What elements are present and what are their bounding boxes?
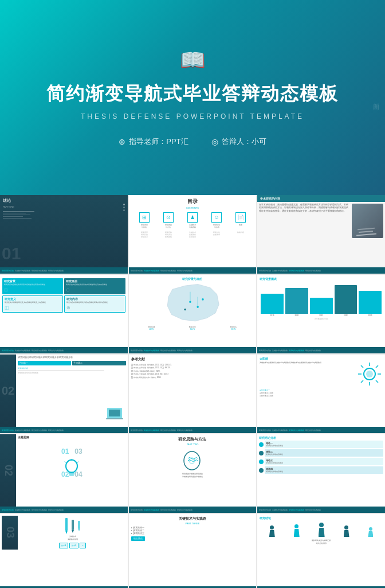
slide1-title: 绪论 xyxy=(3,198,125,204)
slide-4: 研究背景 研究背景内容阐述研究背景内容阐述研究背景内容阐述 ⊞ 研究目的 研究目… xyxy=(0,275,128,353)
slide6-title: 研究背景图表 xyxy=(260,277,383,281)
slide7-nav: 研究背景与目的 关键技术与实践路路 研究结论与实践路路 研究结论与实践路路 xyxy=(0,427,128,433)
slide-7: 02 研究问题分析研究问题分析研究问题分析研究问题分析 子问题一 子问题二 研究… xyxy=(0,355,128,433)
slide9-nav: 研究背景与目的 关键技术与实践路路 研究结论与实践路路 研究结论与实践路路 xyxy=(257,427,385,433)
box4-title: 研究内容 xyxy=(66,298,123,301)
person-icon: ⊕ xyxy=(119,137,125,146)
slide-2: 目录 CONTENTS ⊞ 研究背景与目的 ⊙ 研究思路与方法 ♟ 关键技术与实… xyxy=(129,195,257,274)
slide5-title: 研究背景与目的 xyxy=(131,277,254,281)
slides-grid: 绪论 PART ONE 01 研究背景与目的 关键技术与实践路路 研究结论与实践… xyxy=(0,195,385,588)
pen-icon xyxy=(77,520,81,531)
slide3-label: 学术研究的内容 xyxy=(260,197,382,200)
box2-title: 研究目的 xyxy=(66,280,123,283)
slide6-nav: 研究背景与目的 关键技术与实践路路 研究结论与实践路路 研究结论与实践路路 xyxy=(257,347,385,353)
svg-point-3 xyxy=(202,298,204,301)
svg-line-24 xyxy=(77,462,78,463)
slide11-nav: 研究背景与目的 关键技术与实践路路 研究结论与实践路路 研究结论与实践路路 xyxy=(129,507,257,513)
svg-point-1 xyxy=(197,306,199,308)
slide3-text: 在学术研究领域，无论是理论还是实践，都需要严谨的研究方法和科学的思维方式。本研究… xyxy=(259,204,350,266)
china-map xyxy=(131,282,254,325)
gear-sun-icon xyxy=(357,361,383,387)
svg-line-16 xyxy=(376,380,378,383)
slide1-num: 01 xyxy=(2,245,21,262)
svg-line-23 xyxy=(65,462,66,463)
svg-line-18 xyxy=(376,365,378,368)
slide7-num: 02 xyxy=(0,355,16,427)
svg-marker-28 xyxy=(65,531,68,534)
slide12-title: 研究结论分析 xyxy=(259,436,383,439)
slide-12: 研究结论分析 结论一 研究结论详细内容阐述 结论二 研究结论详细内容阐述 xyxy=(257,434,385,513)
svg-line-17 xyxy=(361,380,363,383)
slide9-title: 太阳能 xyxy=(260,357,383,360)
slide2-nav: 研究背景与目的 关键技术与实践路路 研究结论与实践路路 研究结论与实践路路 xyxy=(129,267,257,274)
laptop-icon xyxy=(106,405,123,422)
brain-head-icon xyxy=(179,448,205,471)
marker-icon xyxy=(70,519,75,533)
slide-1: 绪论 PART ONE 01 研究背景与目的 关键技术与实践路路 研究结论与实践… xyxy=(0,195,128,274)
slide-13: 03 xyxy=(0,514,128,588)
pencil-icon xyxy=(64,517,69,534)
slide10-num: 02 xyxy=(0,434,16,507)
icon-home: ⊞ xyxy=(139,212,150,223)
slide8-title: 参考文献 xyxy=(131,357,254,362)
advisor-info: ⊕ 指导老师：PPT汇 xyxy=(119,137,188,147)
slide15-title: 研究结论 xyxy=(260,516,383,520)
slide-10: 02 主题思路 01 xyxy=(0,434,128,513)
icon-person: ☺ xyxy=(211,212,222,223)
box3-title: 研究意义 xyxy=(5,298,61,301)
svg-marker-32 xyxy=(78,529,80,531)
slide2-title: 目录 xyxy=(131,198,254,205)
svg-point-10 xyxy=(366,371,373,377)
slide12-nav: 研究背景与目的 关键技术与实践路路 研究结论与实践路路 研究结论与实践路路 xyxy=(257,507,385,513)
watermark: 新图网 xyxy=(372,98,380,101)
box1-title: 研究背景 xyxy=(4,280,61,283)
slide2-subtitle: CONTENTS xyxy=(131,207,254,209)
icon-search: ⊙ xyxy=(163,212,174,223)
slide11-title: 研究思路与方法 xyxy=(131,437,254,442)
slide10-title: 主题思路 xyxy=(18,436,126,439)
svg-rect-20 xyxy=(69,472,74,475)
hero-subtitle: THESIS DEFENSE POWERPOINT TEMPLATE xyxy=(81,112,304,120)
svg-marker-30 xyxy=(72,530,74,533)
slide-15: 研究结论 xyxy=(257,514,385,588)
presenter-info: ◎ 答辩人：小可 xyxy=(211,137,266,147)
svg-line-15 xyxy=(361,365,363,368)
slide13-num: 03 xyxy=(2,516,18,550)
svg-rect-27 xyxy=(65,518,68,531)
slide14-title: 关键技术与实践路 xyxy=(131,516,254,521)
icon-doc: 📄 xyxy=(235,212,246,223)
svg-rect-31 xyxy=(78,521,80,529)
slide-11: 研究思路与方法 PART TWO 研究思路详细阐述研究思路详细阐述研究思路详细阐… xyxy=(129,434,257,513)
sl7-box1: 子问题一 xyxy=(18,361,71,365)
slide1-nav: 研究背景与目的 关键技术与实践路路 研究结论与实践路路 研究结论与实践路路 xyxy=(0,267,128,274)
slide8-nav: 研究背景与目的 关键技术与实践路路 研究结论与实践路路 研究结论与实践路路 xyxy=(129,427,257,433)
svg-rect-29 xyxy=(72,520,74,530)
hero-section: 📖 简约渐变导航式毕业答辩动态模板 THESIS DEFENSE POWERPO… xyxy=(0,0,385,195)
svg-point-2 xyxy=(184,309,186,311)
location-icon: ◎ xyxy=(211,137,218,146)
hero-title: 简约渐变导航式毕业答辩动态模板 xyxy=(46,81,339,107)
slide-8: 参考文献 [1] 作者名. 文章标题. 期刊名称, 2022, 15(3): 1… xyxy=(129,355,257,433)
svg-rect-7 xyxy=(109,410,120,416)
icon-chess: ♟ xyxy=(187,212,198,223)
slide-9: 太阳能 关键技术与实践路径关键技术与实践路径关键技术与实践路径关键技术与实践路径 xyxy=(257,355,385,433)
slide-3: 学术研究的内容 在学术研究领域，无论是理论还是实践，都需要严谨的研究方法和科学的… xyxy=(257,195,385,274)
book-icon: 📖 xyxy=(180,48,206,72)
slide3-nav: 研究背景与目的 关键技术与实践路路 研究结论与实践路路 研究结论与实践路路 xyxy=(257,267,385,274)
slide-6: 研究背景图表 2019 2020 2021 2022 xyxy=(257,275,385,353)
slide4-nav: 研究背景与目的 关键技术与实践路路 研究结论与实践路路 研究结论与实践路路 xyxy=(0,347,128,353)
sl7-box2: 子问题二 xyxy=(72,361,125,365)
slide10-nav: 研究背景与目的 关键技术与实践路路 研究结论与实践路路 研究结论与实践路路 xyxy=(0,507,128,513)
slide5-nav: 研究背景与目的 关键技术与实践路路 研究结论与实践路路 研究结论与实践路路 xyxy=(129,347,257,353)
svg-rect-8 xyxy=(106,418,123,419)
slide-14: 关键技术与实践路 PART THREE ● 技术路径一 ● 技术路径二 ● 技术… xyxy=(129,514,257,588)
svg-rect-21 xyxy=(69,475,74,476)
slide-5: 研究背景与目的 数据点A42.5% 数据点B31.2% 数据点C26.3% xyxy=(129,275,257,353)
slide1-part: PART ONE xyxy=(3,205,125,208)
svg-point-0 xyxy=(189,301,191,303)
hero-meta: ⊕ 指导老师：PPT汇 ◎ 答辩人：小可 xyxy=(119,137,266,147)
